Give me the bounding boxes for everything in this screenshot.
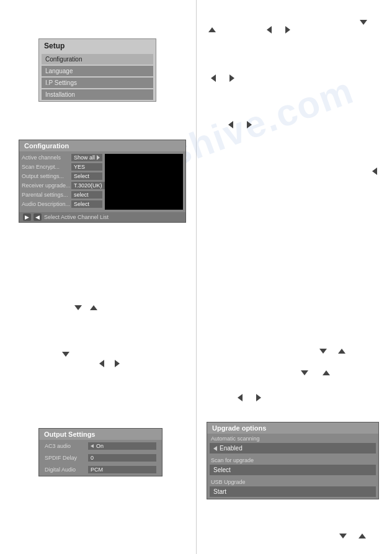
arrow-left-r4 <box>372 168 377 176</box>
upgrade-options-title: Upgrade options <box>207 422 378 434</box>
output-label-0: AC3 audio <box>45 443 88 449</box>
arrow-up-r2 <box>338 347 345 355</box>
config-value-1[interactable]: YES <box>71 163 102 171</box>
auto-scan-value: Enabled <box>220 445 243 452</box>
arrow-right-r5 <box>256 394 261 403</box>
auto-scan-label: Automatic scanning <box>207 434 378 442</box>
arrow-right-1 <box>115 360 120 369</box>
usb-upgrade-label: USB Upgrade <box>207 477 378 486</box>
config-row-3: Receiver upgrade... T.3020(UK) <box>22 182 102 189</box>
output-label-1: SPDIF Delay <box>45 455 88 461</box>
config-arrow-0 <box>97 155 100 160</box>
footer-text: Select Active Channel List <box>44 214 109 220</box>
arrow-left-r2 <box>211 74 216 83</box>
config-label-3: Receiver upgrade... <box>22 182 71 189</box>
arrow-down-1 <box>74 304 82 311</box>
arrow-left-1 <box>99 360 104 369</box>
arrow-left-r3 <box>228 121 233 130</box>
config-value-5[interactable]: Select <box>71 200 102 208</box>
output-label-2: Digital Audio <box>45 467 88 473</box>
output-value-2[interactable]: PCM <box>88 466 156 473</box>
usb-upgrade-value-row[interactable]: Start <box>210 486 376 497</box>
config-value-2[interactable]: Select <box>71 172 102 180</box>
usb-upgrade-value: Start <box>213 488 226 495</box>
arrow-down-r3 <box>301 369 308 377</box>
menu-item-installation[interactable]: Installation <box>42 89 153 100</box>
config-label-0: Active channels <box>22 154 71 161</box>
config-dialog: Configuration Active channels Show all S… <box>19 140 186 223</box>
scan-upgrade-label: Scan for upgrade <box>207 455 378 464</box>
setup-menu-title: Setup <box>39 39 156 53</box>
arrow-down-r4 <box>339 532 347 540</box>
arrow-down-r1 <box>360 19 367 26</box>
output-settings-dialog: Output Settings AC3 audio On SPDIF Delay… <box>38 428 163 476</box>
config-value-4[interactable]: select <box>71 191 102 199</box>
vertical-divider <box>196 0 197 554</box>
arrow-up-r1 <box>208 26 216 34</box>
auto-scan-value-row[interactable]: Enabled <box>210 443 376 453</box>
config-label-4: Parental settings... <box>22 192 71 198</box>
setup-menu: Setup Configuration Language I.P Setting… <box>38 38 156 102</box>
config-value-0[interactable]: Show all <box>71 154 102 161</box>
arrow-left-r1 <box>267 26 272 35</box>
config-row-1: Scan Encrypt... YES <box>22 163 102 171</box>
arrow-right-r3 <box>247 121 252 130</box>
arrow-left-r5 <box>238 394 243 403</box>
menu-item-ip-settings[interactable]: I.P Settings <box>42 78 153 88</box>
menu-item-configuration[interactable]: Configuration <box>42 54 153 65</box>
config-footer: ▶ ◀ Select Active Channel List <box>19 212 185 222</box>
arrow-right-r1 <box>285 26 290 35</box>
config-dialog-title: Configuration <box>19 140 185 151</box>
output-arrow-left-0 <box>91 444 94 448</box>
config-label-1: Scan Encrypt... <box>22 164 71 170</box>
output-settings-title: Output Settings <box>39 429 162 440</box>
scan-upgrade-value: Select <box>213 467 231 473</box>
output-row-1: SPDIF Delay 0 <box>41 452 160 463</box>
config-left-panel: Active channels Show all Scan Encrypt...… <box>22 154 102 210</box>
config-row-4: Parental settings... select <box>22 191 102 199</box>
output-row-2: Digital Audio PCM <box>41 464 160 475</box>
output-value-1[interactable]: 0 <box>88 454 156 462</box>
config-row-2: Output settings... Select <box>22 172 102 180</box>
arrow-up-r3 <box>323 369 330 377</box>
arrow-down-r2 <box>319 347 327 355</box>
upgrade-options-dialog: Upgrade options Automatic scanning Enabl… <box>207 422 379 499</box>
arrow-right-r2 <box>229 74 234 83</box>
config-label-5: Audio Description... <box>22 201 71 207</box>
config-preview-panel <box>105 154 183 210</box>
config-row-0: Active channels Show all <box>22 154 102 161</box>
scan-upgrade-value-row[interactable]: Select <box>210 465 376 475</box>
output-value-0[interactable]: On <box>88 442 156 450</box>
menu-item-language[interactable]: Language <box>42 66 153 76</box>
config-value-3[interactable]: T.3020(UK) <box>71 182 105 189</box>
arrow-up-r4 <box>359 532 366 540</box>
arrow-left-enabled <box>213 446 217 451</box>
arrow-down-2 <box>62 351 69 358</box>
config-row-5: Audio Description... Select <box>22 200 102 208</box>
footer-icon-select: ▶ <box>23 213 31 221</box>
footer-icon-back: ◀ <box>33 213 42 221</box>
config-label-2: Output settings... <box>22 173 71 179</box>
arrow-up-1 <box>90 304 97 311</box>
output-row-0: AC3 audio On <box>41 440 160 452</box>
